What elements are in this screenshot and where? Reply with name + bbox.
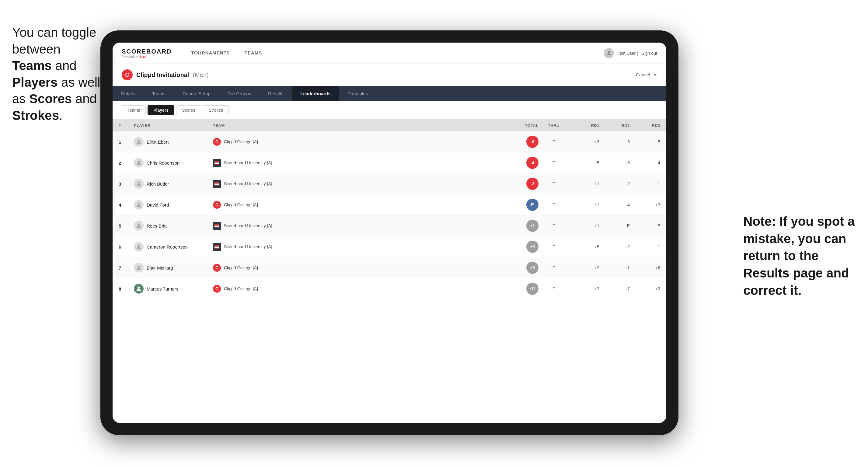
rd1: +2: [569, 286, 599, 291]
thru: F: [538, 139, 569, 144]
tournament-name: Clippd Invitational: [136, 71, 189, 79]
tab-course-setup[interactable]: Course Setup: [174, 86, 219, 101]
player-avatar: [134, 158, 144, 168]
nav-items: TOURNAMENTS TEAMS: [184, 42, 603, 64]
tab-teams[interactable]: Teams: [144, 86, 174, 101]
rank: 7: [119, 265, 134, 271]
svg-point-8: [137, 266, 140, 268]
team-name: Scoreboard University [A]: [224, 160, 272, 165]
tablet-screen: SCOREBOARD Powered by clippd TOURNAMENTS…: [113, 42, 666, 423]
svg-point-7: [137, 245, 140, 247]
user-avatar: [603, 48, 614, 58]
table-row: 1 Elliot Ebert C Clippd College [A] -8 F…: [113, 131, 666, 152]
col-rd3: RD3: [630, 123, 660, 128]
toggle-teams[interactable]: Teams: [122, 105, 146, 115]
player-avatar: [134, 263, 144, 273]
table-row: 3 Rich Butler Scoreboard University [A] …: [113, 174, 666, 194]
player-cell: Elliot Ebert: [134, 137, 213, 147]
table-row: 5 Rees Britt Scoreboard University [A] +…: [113, 215, 666, 237]
rd1: +2: [569, 265, 599, 270]
team-logo: [213, 222, 221, 230]
nav-tournaments[interactable]: TOURNAMENTS: [184, 42, 237, 64]
tab-leaderboards[interactable]: Leaderboards: [292, 86, 339, 101]
thru: F: [538, 160, 569, 165]
rd3: -1: [630, 181, 660, 186]
left-annotation: You can toggle between Teams and Players…: [12, 24, 100, 124]
team-name: Clippd College [A]: [224, 286, 258, 291]
svg-point-1: [608, 51, 610, 53]
total-score: +6: [526, 241, 538, 253]
rd2: E: [599, 223, 630, 228]
total-score: -2: [526, 178, 538, 190]
team-name: Clippd College [A]: [224, 139, 258, 144]
rank: 5: [119, 223, 134, 228]
rank: 2: [119, 160, 134, 165]
rd3: E: [630, 223, 660, 228]
rank: 1: [119, 139, 134, 145]
team-cell: C Clippd College [A]: [213, 264, 499, 272]
rank: 6: [119, 244, 134, 249]
team-cell: C Clippd College [A]: [213, 285, 499, 293]
team-name: Scoreboard University [A]: [224, 181, 272, 186]
tab-tee-groups[interactable]: Tee Groups: [219, 86, 260, 101]
col-rank: #: [119, 123, 134, 128]
player-avatar: [134, 179, 144, 189]
total-score: +8: [526, 262, 538, 274]
team-cell: C Clippd College [A]: [213, 138, 499, 146]
toggle-strokes[interactable]: Strokes: [203, 105, 229, 115]
rd1: +3: [569, 139, 599, 144]
total-score: -4: [526, 157, 538, 169]
thru: F: [538, 181, 569, 186]
rd1: +5: [569, 244, 599, 249]
team-name: Clippd College [A]: [224, 265, 258, 270]
tab-printables[interactable]: Printables: [339, 86, 377, 101]
rd3: -1: [630, 244, 660, 249]
rd3: +6: [630, 265, 660, 270]
sub-toggle-bar: Teams Players Scores Strokes: [113, 101, 666, 120]
player-name: Elliot Ebert: [147, 139, 169, 145]
player-avatar: [134, 221, 144, 230]
player-cell: Cameron Robertson: [134, 242, 213, 252]
team-name: Scoreboard University [A]: [224, 223, 272, 228]
col-team: TEAM: [213, 123, 499, 128]
col-thru: THRU: [538, 123, 569, 128]
svg-point-2: [137, 139, 140, 142]
player-name: Rees Britt: [147, 223, 167, 228]
rank: 3: [119, 181, 134, 186]
toggle-players[interactable]: Players: [148, 105, 174, 115]
player-name: Chris Robertson: [147, 160, 180, 165]
team-logo: [213, 243, 221, 251]
svg-point-6: [137, 224, 140, 226]
cancel-button[interactable]: Cancel ✕: [634, 72, 657, 77]
player-avatar: [134, 137, 144, 147]
sign-out-link[interactable]: Sign out: [642, 51, 657, 56]
tab-details[interactable]: Details: [113, 86, 144, 101]
tournament-gender: (Men): [193, 71, 208, 79]
player-name: Rich Butler: [147, 181, 169, 186]
player-name: David Ford: [147, 202, 169, 208]
tab-results[interactable]: Results: [259, 86, 292, 101]
toggle-scores[interactable]: Scores: [176, 105, 201, 115]
tablet-frame: SCOREBOARD Powered by clippd TOURNAMENTS…: [100, 30, 678, 435]
player-name: Marcus Turners: [147, 286, 178, 291]
table-row: 2 Chris Robertson Scoreboard University …: [113, 152, 666, 174]
table-row: 6 Cameron Robertson Scoreboard Universit…: [113, 237, 666, 257]
team-cell: Scoreboard University [A]: [213, 243, 499, 251]
logo-sub: Powered by clippd: [122, 55, 172, 58]
user-label: Test User |: [618, 51, 638, 56]
table-row: 4 David Ford C Clippd College [A] E F +1…: [113, 194, 666, 215]
team-logo: [213, 159, 221, 167]
table-row: 8 Marcus Turners C Clippd College [A] +1…: [113, 278, 666, 299]
scoreboard-logo: SCOREBOARD Powered by clippd: [122, 48, 172, 58]
rd2: -2: [599, 181, 630, 186]
rd3: +3: [630, 202, 660, 207]
thru: F: [538, 286, 569, 291]
player-cell: Chris Robertson: [134, 158, 213, 168]
nav-teams[interactable]: TEAMS: [237, 42, 270, 64]
rd2: +5: [599, 160, 630, 165]
svg-point-5: [137, 203, 140, 205]
rd3: -4: [630, 160, 660, 165]
svg-point-4: [137, 182, 140, 184]
team-logo: C: [213, 138, 221, 146]
team-logo: [213, 180, 221, 188]
